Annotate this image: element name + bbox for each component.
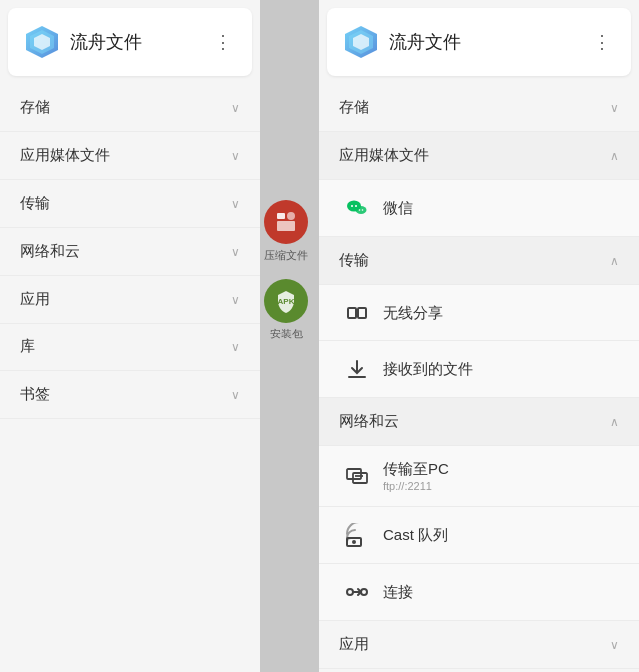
app-icon-left bbox=[24, 24, 60, 60]
svg-point-12 bbox=[355, 205, 357, 207]
nav-item-library[interactable]: 库 ∨ bbox=[0, 324, 260, 371]
right-nav-app-media[interactable]: 应用媒体文件 ∧ bbox=[320, 132, 639, 180]
svg-point-13 bbox=[356, 206, 367, 214]
left-app-title: 流舟文件 bbox=[70, 30, 142, 54]
svg-rect-16 bbox=[348, 308, 356, 318]
right-app-title: 流舟文件 bbox=[389, 30, 461, 54]
sub-item-ftp[interactable]: 传输至PC ftp://:2211 bbox=[320, 446, 639, 507]
compressed-icon-left bbox=[274, 210, 298, 234]
badge-circle-apk-left: APK bbox=[264, 279, 308, 323]
svg-rect-21 bbox=[353, 473, 367, 483]
left-header: 流舟文件 ⋮ bbox=[8, 8, 252, 76]
sub-item-received-files[interactable]: 接收到的文件 bbox=[320, 341, 639, 398]
chevron-right-storage: ∨ bbox=[610, 101, 619, 115]
wechat-text: 微信 bbox=[383, 199, 413, 218]
chevron-up-network: ∧ bbox=[610, 415, 619, 429]
svg-text:APK: APK bbox=[278, 297, 295, 306]
left-badges-col: 压缩文件 APK 安装包 bbox=[260, 0, 312, 672]
left-panel: 流舟文件 ⋮ 存储 ∨ 应用媒体文件 ∨ 传输 ∨ 网络和云 ∨ 应用 ∨ 库 … bbox=[0, 0, 260, 672]
left-more-button[interactable]: ⋮ bbox=[210, 31, 236, 53]
svg-point-14 bbox=[359, 209, 361, 211]
nav-item-app-media[interactable]: 应用媒体文件 ∨ bbox=[0, 132, 260, 180]
wifi-share-icon bbox=[343, 299, 371, 327]
chevron-transfer: ∨ bbox=[231, 197, 240, 211]
svg-point-11 bbox=[351, 205, 353, 207]
right-panel: 流舟文件 ⋮ 存储 ∨ 应用媒体文件 ∧ bbox=[320, 0, 639, 672]
cast-icon bbox=[343, 521, 371, 549]
nav-item-transfer[interactable]: 传输 ∨ bbox=[0, 180, 260, 228]
app-icon-right bbox=[343, 24, 379, 60]
badge-label-compressed-left: 压缩文件 bbox=[264, 248, 308, 263]
chevron-storage: ∨ bbox=[231, 101, 240, 115]
badge-circle-compressed-left bbox=[264, 200, 308, 244]
badge-apk-left[interactable]: APK 安装包 bbox=[264, 279, 308, 341]
svg-rect-4 bbox=[277, 221, 295, 231]
nav-item-bookmarks[interactable]: 书签 ∨ bbox=[0, 371, 260, 419]
nav-item-network[interactable]: 网络和云 ∨ bbox=[0, 228, 260, 276]
right-nav-network[interactable]: 网络和云 ∧ bbox=[320, 398, 639, 446]
chevron-up-transfer: ∧ bbox=[610, 254, 619, 268]
nav-item-apps[interactable]: 应用 ∨ bbox=[0, 276, 260, 324]
chevron-network: ∨ bbox=[231, 245, 240, 259]
right-nav-list: 存储 ∨ 应用媒体文件 ∧ 微信 bbox=[320, 84, 639, 672]
svg-point-25 bbox=[347, 589, 353, 595]
right-nav-transfer[interactable]: 传输 ∧ bbox=[320, 237, 639, 285]
svg-rect-3 bbox=[277, 213, 285, 219]
right-header: 流舟文件 ⋮ bbox=[327, 8, 631, 76]
download-icon bbox=[343, 355, 371, 383]
nav-item-storage[interactable]: 存储 ∨ bbox=[0, 84, 260, 132]
connect-icon bbox=[343, 578, 371, 606]
chevron-bookmarks: ∨ bbox=[231, 388, 240, 402]
svg-rect-20 bbox=[347, 469, 361, 479]
right-nav-apps[interactable]: 应用 ∨ bbox=[320, 621, 639, 669]
ftp-icon bbox=[343, 462, 371, 490]
apk-icon-left: APK bbox=[274, 289, 298, 313]
wechat-icon bbox=[343, 194, 371, 222]
chevron-app-media: ∨ bbox=[231, 149, 240, 163]
ftp-text: 传输至PC ftp://:2211 bbox=[383, 460, 449, 492]
badge-compressed-left[interactable]: 压缩文件 bbox=[264, 200, 308, 263]
svg-point-24 bbox=[352, 540, 356, 544]
chevron-apps: ∨ bbox=[231, 293, 240, 307]
svg-rect-17 bbox=[358, 308, 366, 318]
badge-label-apk-left: 安装包 bbox=[270, 327, 303, 341]
chevron-up-app-media: ∧ bbox=[610, 149, 619, 163]
chevron-library: ∨ bbox=[231, 340, 240, 354]
right-nav-storage[interactable]: 存储 ∨ bbox=[320, 84, 639, 132]
svg-point-5 bbox=[287, 212, 295, 220]
sub-item-connect[interactable]: 连接 bbox=[320, 564, 639, 621]
center-divider bbox=[312, 0, 320, 672]
left-nav-list: 存储 ∨ 应用媒体文件 ∨ 传输 ∨ 网络和云 ∨ 应用 ∨ 库 ∨ 书签 ∨ bbox=[0, 84, 260, 672]
sub-item-wechat[interactable]: 微信 bbox=[320, 180, 639, 237]
sub-item-wifi-share[interactable]: 无线分享 bbox=[320, 285, 639, 341]
sub-item-cast[interactable]: Cast 队列 bbox=[320, 507, 639, 564]
chevron-right-apps: ∨ bbox=[610, 638, 619, 652]
svg-point-15 bbox=[362, 209, 364, 211]
right-more-button[interactable]: ⋮ bbox=[589, 31, 615, 53]
